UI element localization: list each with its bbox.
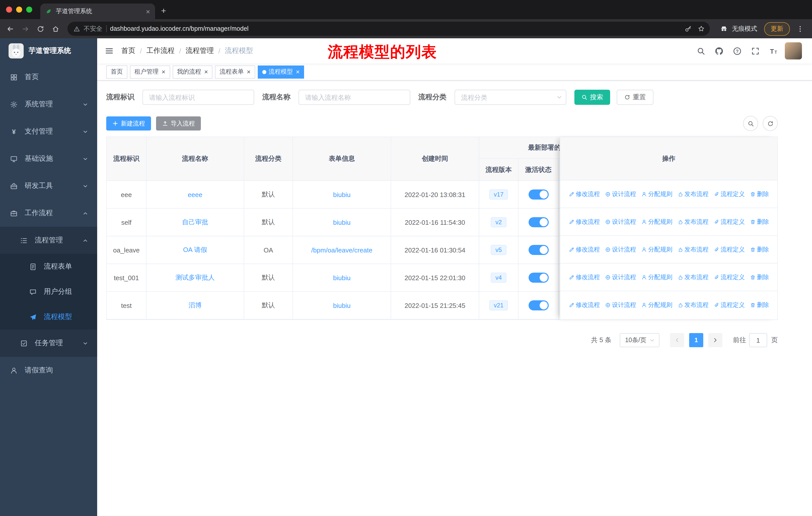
form-info-link[interactable]: biubiu [333,218,350,226]
form-info-link[interactable]: biubiu [333,191,350,198]
action-delete-link[interactable]: 删除 [750,301,769,309]
active-toggle[interactable] [528,217,548,227]
action-design-link[interactable]: 设计流程 [605,245,636,254]
action-definition-link[interactable]: 流程定义 [714,190,745,198]
process-name-link[interactable]: 测试多审批人 [175,273,215,282]
tag-view-item[interactable]: 租户管理× [130,65,170,78]
refresh-table-button[interactable] [763,116,778,131]
form-info-link[interactable]: biubiu [333,274,350,281]
forward-button[interactable] [18,22,32,36]
sidebar-item-user-group[interactable]: 用户分组 [0,279,97,304]
action-modify-link[interactable]: 修改流程 [569,245,600,254]
action-design-link[interactable]: 设计流程 [605,301,636,309]
page-size-select[interactable]: 10条/页 [619,333,660,347]
filter-input-0[interactable] [142,90,254,105]
user-avatar[interactable] [785,42,802,59]
action-assign-rule-link[interactable]: 分配规则 [641,217,672,226]
sidebar-item-flow-form[interactable]: 流程表单 [0,254,97,279]
action-definition-link[interactable]: 流程定义 [714,301,745,309]
active-toggle[interactable] [528,245,548,255]
reload-button[interactable] [33,22,47,36]
close-window-button[interactable] [6,6,12,12]
action-publish-link[interactable]: 发布流程 [677,245,708,254]
process-name-link[interactable]: 滔博 [188,301,202,310]
sidebar-item-system[interactable]: 系统管理 [0,91,97,118]
tag-close-icon[interactable]: × [296,68,300,76]
toggle-search-button[interactable] [743,116,758,131]
tag-close-icon[interactable]: × [204,68,208,76]
tag-close-icon[interactable]: × [162,68,165,76]
action-publish-link[interactable]: 发布流程 [677,217,708,226]
password-key-icon[interactable] [682,22,695,35]
tag-view-item[interactable]: 流程模型× [258,65,304,78]
fontsize-icon[interactable]: TT [767,44,780,57]
tag-view-item[interactable]: 首页 [106,65,127,78]
address-bar[interactable]: 不安全 dashboard.yudao.iocoder.cn/bpm/manag… [67,22,710,36]
minimize-window-button[interactable] [16,6,22,12]
update-button[interactable]: 更新 [764,22,790,35]
action-delete-link[interactable]: 删除 [750,245,769,254]
hamburger-icon[interactable] [97,38,121,63]
action-delete-link[interactable]: 删除 [750,190,769,198]
sidebar-item-task-manage[interactable]: 任务管理 [0,330,97,357]
action-delete-link[interactable]: 删除 [750,273,769,281]
category-select[interactable] [455,90,566,105]
tag-view-item[interactable]: 我的流程× [172,65,212,78]
bookmark-star-icon[interactable] [695,22,708,35]
process-name-link[interactable]: 自己审批 [182,218,208,227]
filter-input-1[interactable] [298,90,410,105]
action-definition-link[interactable]: 流程定义 [714,245,745,254]
prev-page-button[interactable] [670,333,684,347]
action-modify-link[interactable]: 修改流程 [569,217,600,226]
action-design-link[interactable]: 设计流程 [605,190,636,198]
sidebar-item-flow-manage[interactable]: 流程管理 [0,227,97,254]
active-toggle[interactable] [528,273,548,283]
action-assign-rule-link[interactable]: 分配规则 [641,245,672,254]
sidebar-item-payment[interactable]: ¥ 支付管理 [0,118,97,145]
sidebar-item-home[interactable]: 首页 [0,63,97,91]
sidebar-item-flow-model[interactable]: 流程模型 [0,304,97,330]
tag-view-item[interactable]: 流程表单× [215,65,255,78]
question-icon[interactable]: ? [730,44,744,57]
browser-tab[interactable]: 芋道管理系统 × [40,3,155,19]
tab-close-icon[interactable]: × [146,7,150,16]
action-assign-rule-link[interactable]: 分配规则 [641,190,672,198]
create-process-button[interactable]: 新建流程 [106,116,151,131]
sidebar-item-leave-query[interactable]: 请假查询 [0,357,97,384]
breadcrumb-item[interactable]: 流程管理 [186,46,214,55]
action-definition-link[interactable]: 流程定义 [714,273,745,281]
action-publish-link[interactable]: 发布流程 [677,273,708,281]
action-modify-link[interactable]: 修改流程 [569,301,600,309]
process-name-link[interactable]: OA 请假 [183,245,207,254]
sidebar-item-devtools[interactable]: 研发工具 [0,172,97,199]
action-publish-link[interactable]: 发布流程 [677,190,708,198]
action-assign-rule-link[interactable]: 分配规则 [641,301,672,309]
form-info-link[interactable]: /bpm/oa/leave/create [311,246,373,254]
browser-menu-dots-icon[interactable] [793,22,807,36]
tag-close-icon[interactable]: × [247,68,251,76]
next-page-button[interactable] [708,333,722,347]
active-toggle[interactable] [528,300,548,310]
action-publish-link[interactable]: 发布流程 [677,301,708,309]
breadcrumb-item[interactable]: 工作流程 [146,46,175,55]
action-modify-link[interactable]: 修改流程 [569,190,600,198]
action-modify-link[interactable]: 修改流程 [569,273,600,281]
action-design-link[interactable]: 设计流程 [605,273,636,281]
breadcrumb-item[interactable]: 首页 [121,46,136,55]
import-process-button[interactable]: 导入流程 [156,116,201,131]
action-delete-link[interactable]: 删除 [750,217,769,226]
action-definition-link[interactable]: 流程定义 [714,217,745,226]
github-icon[interactable] [712,44,725,57]
reset-button[interactable]: 重置 [617,90,654,105]
window-controls[interactable] [0,0,37,19]
browser-home-button[interactable] [48,22,62,36]
goto-page-input[interactable] [749,333,767,347]
sidebar-item-workflow[interactable]: 工作流程 [0,199,97,227]
new-tab-button[interactable]: + [161,6,166,16]
back-button[interactable] [3,22,17,36]
process-name-link[interactable]: eeee [188,191,202,198]
action-design-link[interactable]: 设计流程 [605,217,636,226]
fullscreen-icon[interactable] [749,44,762,57]
sidebar-item-infra[interactable]: 基础设施 [0,145,97,172]
zoom-window-button[interactable] [26,6,32,12]
